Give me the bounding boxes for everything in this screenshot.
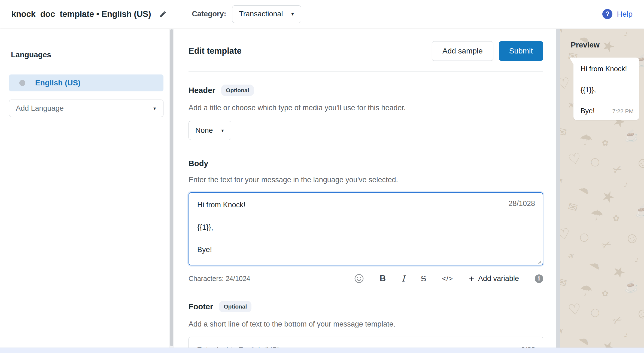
footer-section-heading: Footer Optional <box>189 301 543 312</box>
doodle-glyph: ♡ <box>567 301 582 318</box>
body-textarea-container: Hi from Knock! {{1}}, Bye! 28/1028 <box>189 192 543 265</box>
doodle-glyph: ☂ <box>579 132 593 148</box>
body-section-title: Body <box>189 159 208 168</box>
doodle-glyph: ☺ <box>632 152 644 173</box>
doodle-glyph: ☁ <box>577 331 593 347</box>
preview-timestamp: 7:22 PM <box>612 108 634 115</box>
body-toolbar: Characters: 24/1024 B I S </> + Add vari… <box>189 271 543 286</box>
add-language-dropdown[interactable]: Add Language ▼ <box>9 100 163 117</box>
code-button[interactable]: </> <box>442 274 453 283</box>
italic-button[interactable]: I <box>402 274 405 283</box>
doodle-glyph: ✂ <box>611 313 624 327</box>
info-icon[interactable]: i <box>535 274 543 283</box>
doodle-glyph: ♪ <box>623 330 630 339</box>
doodle-glyph: ♪ <box>634 255 640 264</box>
doodle-glyph: ✉ <box>560 276 568 289</box>
footer-input-container: 0/60 <box>189 337 543 348</box>
top-bar: knock_doc_template • English (US) Catego… <box>0 0 644 28</box>
submit-button[interactable]: Submit <box>499 41 543 61</box>
doodle-glyph: ✉ <box>560 125 568 139</box>
body-section-description: Enter the text for your message in the l… <box>189 176 543 184</box>
doodle-glyph: ◯ <box>589 157 600 167</box>
edit-template-panel: Edit template Add sample Submit Header O… <box>174 29 556 348</box>
help-label: Help <box>617 10 633 19</box>
section-divider <box>189 71 543 71</box>
category-group: Category: Transactional ▼ <box>192 5 301 23</box>
doodle-glyph: ★ <box>599 337 618 348</box>
header-media-type-dropdown[interactable]: None ▼ <box>189 121 231 140</box>
preview-message-last-row: Bye! 7:22 PM <box>581 107 634 115</box>
help-question-icon: ? <box>602 9 612 19</box>
doodle-glyph: ◯ <box>579 232 590 242</box>
doodle-glyph: ☂ <box>590 207 604 223</box>
sidebar-scrollbar-track[interactable] <box>169 29 174 348</box>
preview-message-line: {{1}}, <box>581 86 634 94</box>
edit-title-button[interactable] <box>159 10 167 18</box>
strikethrough-icon: S <box>421 274 426 283</box>
edit-template-header-row: Edit template Add sample Submit <box>189 41 543 61</box>
header-media-type-value: None <box>195 126 213 135</box>
page-title: Edit template <box>189 46 242 56</box>
header-actions: Add sample Submit <box>432 41 543 61</box>
sidebar-scrollbar-thumb[interactable] <box>170 29 173 346</box>
body-textarea[interactable]: Hi from Knock! {{1}}, Bye! <box>189 193 543 265</box>
chevron-down-icon: ▼ <box>221 128 225 133</box>
italic-icon: I <box>402 274 405 283</box>
emoji-button[interactable] <box>354 274 364 283</box>
code-icon: </> <box>442 274 453 283</box>
preview-heading: Preview <box>571 41 644 49</box>
template-editor-app: knock_doc_template • English (US) Catego… <box>0 0 644 353</box>
preview-panel: ✈☁★♪✉☂✿☕♡◯✂☺✈☁★♪✉☂✿☕♡◯✂☺✈☁★♪✉☂✿☕♡◯✂☺✈☁★♪… <box>560 29 644 348</box>
doodle-glyph: ☕ <box>623 129 639 143</box>
main-scrollbar-track[interactable] <box>556 29 560 348</box>
help-link[interactable]: ? Help <box>602 9 633 19</box>
optional-badge: Optional <box>221 85 254 96</box>
doodle-glyph: ☺ <box>632 303 644 323</box>
add-variable-button[interactable]: + Add variable <box>469 274 519 283</box>
language-status-dot <box>19 80 25 86</box>
doodle-glyph: ✿ <box>602 139 609 147</box>
doodle-glyph: ☁ <box>577 181 593 196</box>
pencil-icon <box>159 10 167 18</box>
bold-icon: B <box>380 274 386 283</box>
doodle-glyph: ✿ <box>602 289 609 298</box>
bold-button[interactable]: B <box>380 274 386 283</box>
footer-text-input[interactable] <box>189 337 543 348</box>
header-section-heading: Header Optional <box>189 85 543 96</box>
resize-handle-icon[interactable] <box>537 259 541 264</box>
footer-char-counter: 0/60 <box>521 346 535 348</box>
doodle-glyph: ✂ <box>611 163 624 177</box>
body-section-heading: Body <box>189 159 543 168</box>
template-title: knock_doc_template • English (US) <box>11 9 151 19</box>
preview-message-line: Hi from Knock! <box>581 65 634 73</box>
category-label: Category: <box>192 10 226 18</box>
strikethrough-button[interactable]: S <box>421 274 426 283</box>
formatting-tools: B I S </> + Add variable i <box>354 274 543 283</box>
doodle-glyph: ☕ <box>634 205 644 218</box>
doodle-glyph: ✿ <box>613 214 619 222</box>
characters-counter-label: Characters: 24/1024 <box>189 275 250 283</box>
doodle-glyph: ✈ <box>560 29 566 35</box>
add-sample-button[interactable]: Add sample <box>432 41 493 61</box>
doodle-glyph: ♪ <box>623 180 629 189</box>
doodle-glyph: ✂ <box>600 238 613 252</box>
doodle-glyph: ✈ <box>560 175 566 186</box>
doodle-glyph: ★ <box>610 262 628 281</box>
doodle-glyph: ☺ <box>621 228 642 248</box>
category-value: Transactional <box>239 10 283 18</box>
doodle-glyph: ☂ <box>578 282 593 299</box>
plus-icon: + <box>469 274 474 283</box>
bottom-edge-strip <box>0 348 644 353</box>
header-section-title: Header <box>189 86 215 95</box>
footer-section-title: Footer <box>189 302 213 311</box>
doodle-glyph: ✉ <box>567 201 579 214</box>
languages-heading: Languages <box>11 50 163 59</box>
header-section-description: Add a title or choose which type of medi… <box>189 104 543 112</box>
add-variable-label: Add variable <box>478 274 519 283</box>
category-dropdown[interactable]: Transactional ▼ <box>232 5 301 23</box>
doodle-glyph: ✈ <box>560 326 566 337</box>
sidebar-item-english-us[interactable]: English (US) <box>9 74 163 91</box>
doodle-glyph: ♡ <box>560 75 572 92</box>
doodle-glyph: ♪ <box>623 29 629 38</box>
languages-sidebar: Languages English (US) Add Language ▼ <box>0 29 169 348</box>
